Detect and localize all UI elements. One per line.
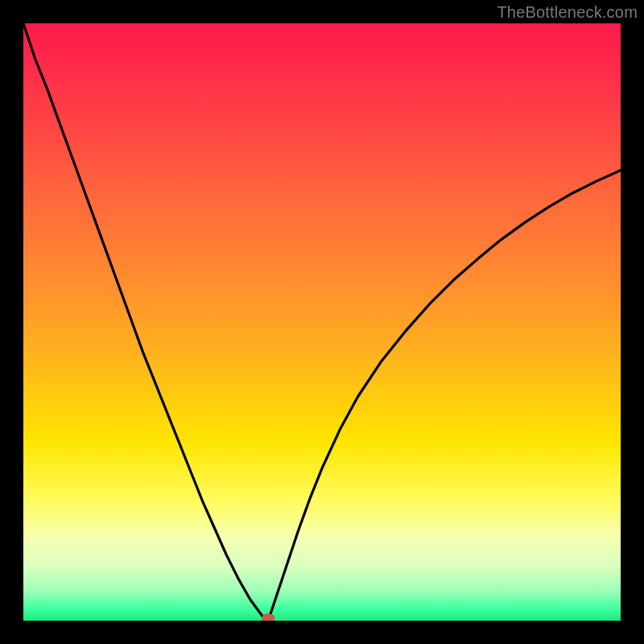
curve-right-branch: [268, 171, 621, 621]
curve-left-branch: [23, 23, 268, 621]
chart-svg: [23, 23, 621, 621]
watermark-text: TheBottleneck.com: [497, 3, 638, 22]
minimum-marker: [262, 614, 275, 621]
bottleneck-chart: [23, 23, 621, 621]
chart-stage: TheBottleneck.com: [0, 0, 644, 644]
